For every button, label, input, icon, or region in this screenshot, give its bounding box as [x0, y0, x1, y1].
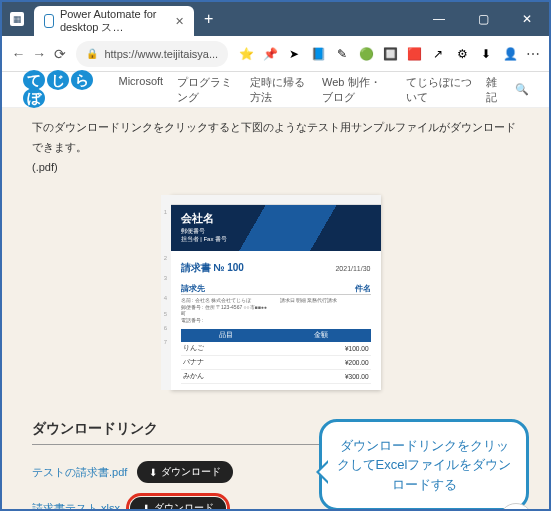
ext-icon[interactable]: ➤ — [286, 46, 302, 62]
nav-item[interactable]: プログラミング — [177, 75, 235, 105]
download-icon: ⬇ — [149, 467, 157, 478]
nav-reload[interactable]: ⟳ — [50, 46, 71, 62]
download-icon: ⬇ — [142, 503, 150, 511]
item-label: 件名 — [355, 283, 371, 294]
billto-label: 請求先 — [181, 283, 205, 294]
nav-item[interactable]: Web 制作・ブログ — [322, 75, 391, 105]
lock-icon: 🔒 — [86, 48, 98, 59]
tab-close-icon[interactable]: ✕ — [175, 15, 184, 28]
ext-icon[interactable]: 📌 — [262, 46, 278, 62]
nav-forward[interactable]: → — [29, 46, 50, 62]
app-icon: ▦ — [10, 12, 24, 26]
download-link[interactable]: テストの請求書.pdf — [32, 465, 127, 480]
ext-icon[interactable]: 👤 — [502, 46, 518, 62]
window-minimize[interactable]: ― — [417, 2, 461, 36]
search-icon[interactable]: 🔍 — [515, 83, 529, 96]
invoice-date: 2021/11/30 — [335, 265, 370, 272]
tab-title: Power Automate for desktop ス… — [60, 8, 167, 35]
page-content: 下のダウンロードリンクをクリックすると下図のようなテスト用サンプルファイルがダウ… — [2, 108, 549, 511]
window-titlebar: ▦ Power Automate for desktop ス… ✕ + ― ▢ … — [2, 2, 549, 36]
instruction-callout: ダウンロードリンクをクリックしてExcelファイルをダウンロードする — [319, 419, 529, 511]
invoice-table: 品目金額 りんご¥100.00バナナ¥200.00みかん¥300.00 — [181, 329, 371, 384]
ext-icon[interactable]: ⬇ — [478, 46, 494, 62]
window-maximize[interactable]: ▢ — [461, 2, 505, 36]
nav-back[interactable]: ← — [8, 46, 29, 62]
extension-icons: ⭐📌➤📘✎🟢🔲🟥↗⚙⬇👤 — [238, 46, 518, 62]
download-link[interactable]: 請求書テスト.xlsx — [32, 501, 120, 511]
site-nav: Microsoftプログラミング定時に帰る方法Web 制作・ブログてじらぼについ… — [119, 75, 503, 105]
nav-item[interactable]: Microsoft — [119, 75, 164, 105]
ext-icon[interactable]: ⚙ — [454, 46, 470, 62]
site-logo[interactable]: てじらぼ — [22, 72, 101, 108]
ext-icon[interactable]: 🔲 — [382, 46, 398, 62]
ext-icon[interactable]: 🟥 — [406, 46, 422, 62]
menu-button[interactable]: ⋯ — [522, 46, 543, 62]
document-preview: 12 34 56 7 会社名 郵便番号担当者 | Fax 番号 請求書 № 10… — [171, 195, 381, 390]
document-preview-wrap: 12 34 56 7 会社名 郵便番号担当者 | Fax 番号 請求書 № 10… — [171, 195, 381, 390]
url-text: https://www.teijitaisya... — [104, 48, 218, 60]
ext-icon[interactable]: 📘 — [310, 46, 326, 62]
item-lines: 請求日 明細 業務代行請求 — [280, 297, 371, 323]
ext-icon[interactable]: 🟢 — [358, 46, 374, 62]
doc-header: 会社名 郵便番号担当者 | Fax 番号 — [171, 205, 381, 251]
ruler-left — [161, 195, 171, 390]
ext-icon[interactable]: ⭐ — [238, 46, 254, 62]
invoice-title: 請求書 № 100 — [181, 261, 244, 275]
nav-item[interactable]: 雑記 — [486, 75, 503, 105]
window-close[interactable]: ✕ — [505, 2, 549, 36]
company-name: 会社名 — [181, 211, 371, 226]
site-header: てじらぼ Microsoftプログラミング定時に帰る方法Web 制作・ブログてじ… — [2, 72, 549, 108]
ext-icon[interactable]: ↗ — [430, 46, 446, 62]
url-input[interactable]: 🔒 https://www.teijitaisya... — [76, 41, 228, 67]
nav-item[interactable]: 定時に帰る方法 — [250, 75, 308, 105]
browser-tab[interactable]: Power Automate for desktop ス… ✕ — [34, 6, 194, 36]
address-bar: ← → ⟳ 🔒 https://www.teijitaisya... ⭐📌➤📘✎… — [2, 36, 549, 72]
new-tab-button[interactable]: + — [204, 10, 213, 28]
ruler-top — [171, 195, 381, 205]
tab-favicon — [44, 14, 54, 28]
nav-item[interactable]: てじらぼについて — [406, 75, 473, 105]
ext-icon[interactable]: ✎ — [334, 46, 350, 62]
download-button[interactable]: ⬇ダウンロード — [130, 497, 226, 511]
company-sub: 郵便番号担当者 | Fax 番号 — [181, 228, 371, 244]
billto-lines: 名前 : 会社名 株式会社てじらぼ郵便番号 : 住所 〒123-4567 ○○市… — [181, 297, 272, 323]
download-button[interactable]: ⬇ダウンロード — [137, 461, 233, 483]
intro-text: 下のダウンロードリンクをクリックすると下図のようなテスト用サンプルファイルがダウ… — [32, 118, 519, 177]
